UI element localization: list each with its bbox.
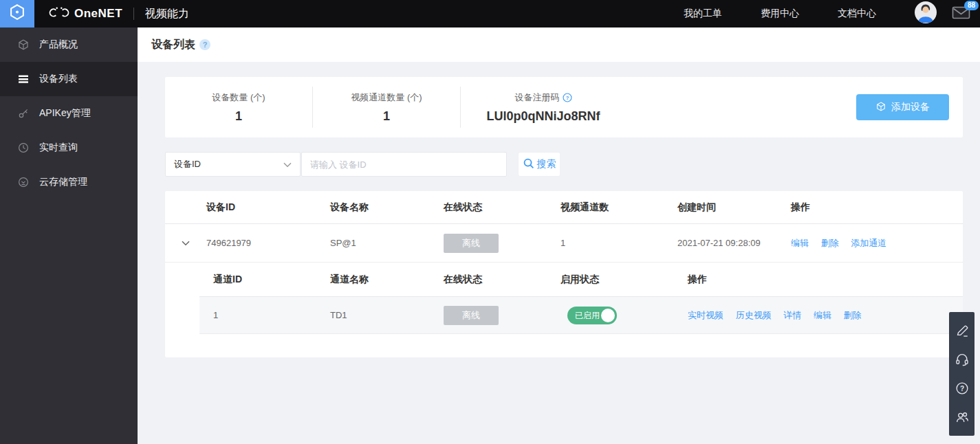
channel-table-header: 通道ID 通道名称 在线状态 启用状态 操作	[199, 263, 963, 297]
device-id-cell: 749621979	[206, 238, 330, 248]
svg-text:?: ?	[565, 94, 569, 100]
search-filter-select[interactable]: 设备ID	[165, 152, 301, 177]
search-row: 设备ID 搜索	[165, 152, 963, 177]
channel-count-cell: 1	[560, 238, 677, 248]
sidebar-item-label: 云存储管理	[39, 176, 87, 188]
register-code-help-icon[interactable]: ?	[563, 93, 572, 102]
stat-device-count: 设备数量 (个) 1	[165, 87, 313, 128]
support-headset-icon[interactable]	[955, 352, 970, 367]
channel-actions-cell: 实时视频 历史视频 详情 编辑 删除	[688, 309, 963, 322]
device-table: 设备ID 设备名称 在线状态 视频通道数 创建时间 操作 749621979 S…	[165, 191, 963, 357]
chevron-down-icon	[283, 159, 292, 170]
stat-value: 1	[235, 109, 242, 124]
col-channel-actions: 操作	[688, 274, 963, 286]
device-name-cell: SP@1	[330, 238, 444, 248]
history-video-link[interactable]: 历史视频	[736, 310, 772, 320]
col-channel-count: 视频通道数	[560, 201, 677, 214]
search-button[interactable]: 搜索	[518, 152, 560, 177]
mail-count-badge: 88	[964, 1, 979, 10]
col-channel-id: 通道ID	[199, 274, 330, 286]
page-title: 设备列表	[151, 38, 195, 52]
nav-docs-center[interactable]: 文档中心	[838, 8, 876, 20]
cloud-storage-icon	[17, 176, 30, 188]
hexagon-logo-icon	[8, 3, 27, 25]
stat-label: 视频通道数量 (个)	[351, 91, 422, 104]
device-actions-cell: 编辑 删除 添加通道	[791, 237, 963, 249]
device-table-header: 设备ID 设备名称 在线状态 视频通道数 创建时间 操作	[165, 191, 963, 224]
list-icon	[17, 73, 30, 85]
live-video-link[interactable]: 实时视频	[688, 310, 723, 320]
app-logo[interactable]	[0, 0, 34, 27]
filter-selected-value: 设备ID	[174, 158, 201, 170]
community-users-icon[interactable]	[955, 410, 970, 425]
cube-add-icon	[875, 101, 886, 114]
toggle-knob	[601, 309, 615, 322]
search-icon	[523, 157, 534, 171]
sidebar-item-device-list[interactable]: 设备列表	[0, 62, 138, 96]
nav-billing-center[interactable]: 费用中心	[761, 8, 799, 20]
channel-table: 通道ID 通道名称 在线状态 启用状态 操作 1 TD1 离线 已启用	[199, 263, 963, 334]
sidebar-item-label: 设备列表	[39, 73, 78, 85]
col-device-name: 设备名称	[330, 201, 444, 214]
channel-name-cell: TD1	[330, 310, 444, 320]
col-online-status: 在线状态	[444, 201, 560, 214]
top-nav: 我的工单 费用中心 文档中心	[684, 8, 915, 20]
add-device-button[interactable]: 添加设备	[856, 94, 949, 120]
product-title: 视频能力	[145, 7, 189, 21]
content: 设备数量 (个) 1 视频通道数量 (个) 1 设备注册码 ? LUl	[138, 62, 980, 357]
page-help-icon[interactable]: ?	[199, 39, 210, 50]
edit-channel-link[interactable]: 编辑	[814, 310, 831, 320]
brand-name: OneNET	[74, 7, 122, 21]
nav-my-tickets[interactable]: 我的工单	[684, 8, 722, 20]
stat-label: 设备注册码 ?	[515, 91, 572, 104]
topbar: OneNET 视频能力 我的工单 费用中心 文档中心 88	[0, 0, 980, 27]
stats-card: 设备数量 (个) 1 视频通道数量 (个) 1 设备注册码 ? LUl	[165, 77, 963, 137]
detail-link[interactable]: 详情	[783, 310, 801, 320]
channel-table-row: 1 TD1 离线 已启用 实时视频 历史视频 详情 编辑 删除	[199, 297, 963, 334]
sidebar: 产品概况 设备列表 APIKey管理 实时查询	[0, 27, 138, 444]
delete-device-link[interactable]: 删除	[821, 238, 839, 248]
create-time-cell: 2021-07-21 09:28:09	[677, 238, 791, 248]
help-question-icon[interactable]: ?	[955, 381, 970, 396]
expand-row-chevron-icon[interactable]	[165, 241, 206, 246]
enable-status-toggle[interactable]: 已启用	[567, 307, 617, 324]
cube-icon	[17, 38, 30, 51]
avatar[interactable]	[915, 1, 937, 26]
sidebar-item-label: 产品概况	[39, 38, 78, 51]
sidebar-item-product-overview[interactable]: 产品概况	[0, 27, 138, 62]
divider	[133, 8, 134, 20]
page-header: 设备列表 ?	[138, 27, 980, 62]
device-table-row: 749621979 SP@1 离线 1 2021-07-21 09:28:09 …	[165, 224, 963, 263]
sidebar-item-cloud-storage[interactable]: 云存储管理	[0, 165, 138, 199]
floating-toolbar: ?	[949, 312, 974, 436]
clock-icon	[17, 142, 30, 154]
col-channel-name: 通道名称	[330, 274, 444, 286]
col-device-id: 设备ID	[206, 201, 330, 214]
search-input[interactable]	[301, 152, 507, 177]
edit-device-link[interactable]: 编辑	[791, 238, 809, 248]
mail-icon[interactable]: 88	[952, 5, 970, 23]
stat-register-code: 设备注册码 ? LUl0p0qNNiJo8RNf	[461, 87, 626, 128]
channel-id-cell: 1	[199, 310, 330, 320]
svg-text:?: ?	[959, 385, 963, 392]
sidebar-item-label: 实时查询	[39, 142, 78, 154]
delete-channel-link[interactable]: 删除	[844, 310, 862, 320]
channel-offline-badge: 离线	[444, 306, 499, 325]
sidebar-item-apikey[interactable]: APIKey管理	[0, 96, 138, 131]
stat-channel-count: 视频通道数量 (个) 1	[313, 87, 461, 128]
feedback-pencil-icon[interactable]	[955, 323, 970, 338]
main-area: 设备列表 ? 设备数量 (个) 1 视频通道数量 (个) 1 设备注册码 ?	[138, 27, 980, 444]
sidebar-item-realtime-query[interactable]: 实时查询	[0, 131, 138, 165]
onenet-logo-icon	[48, 6, 70, 21]
key-icon	[17, 107, 30, 120]
col-actions: 操作	[791, 201, 963, 214]
offline-status-badge: 离线	[444, 234, 499, 253]
onenet-brand[interactable]: OneNET	[48, 6, 122, 21]
col-create-time: 创建时间	[677, 201, 791, 214]
stat-label: 设备数量 (个)	[212, 91, 265, 104]
register-code-value: LUl0p0qNNiJo8RNf	[486, 109, 600, 124]
add-channel-link[interactable]: 添加通道	[851, 238, 886, 248]
col-channel-online-status: 在线状态	[444, 274, 560, 286]
col-enable-status: 启用状态	[560, 274, 688, 286]
stat-value: 1	[383, 109, 390, 124]
